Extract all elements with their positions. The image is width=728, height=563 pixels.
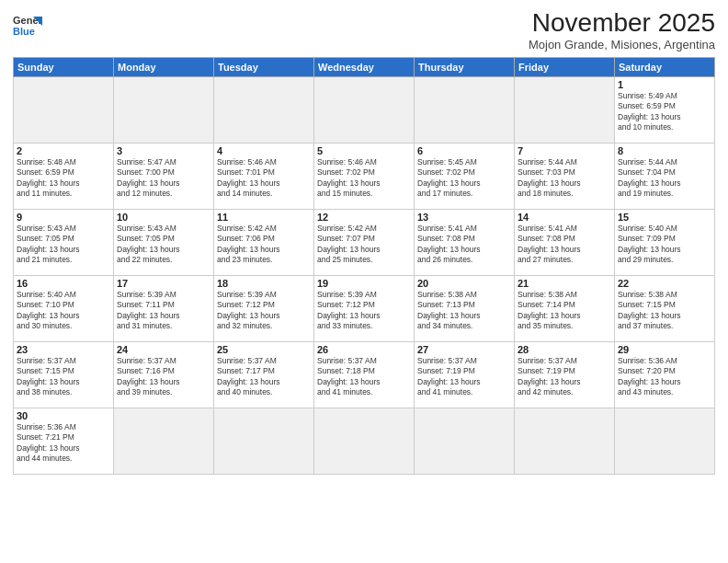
day-info: Sunrise: 5:40 AM Sunset: 7:10 PM Dayligh… bbox=[17, 290, 110, 332]
day-number: 20 bbox=[417, 278, 511, 289]
day-number: 10 bbox=[117, 212, 210, 223]
table-row: 16Sunrise: 5:40 AM Sunset: 7:10 PM Dayli… bbox=[14, 275, 114, 341]
calendar-week-row: 1Sunrise: 5:49 AM Sunset: 6:59 PM Daylig… bbox=[14, 76, 715, 143]
day-number: 25 bbox=[217, 344, 311, 355]
day-info: Sunrise: 5:39 AM Sunset: 7:12 PM Dayligh… bbox=[317, 290, 411, 332]
header-wednesday: Wednesday bbox=[314, 57, 415, 76]
table-row: 12Sunrise: 5:42 AM Sunset: 7:07 PM Dayli… bbox=[314, 209, 415, 275]
day-number: 21 bbox=[518, 278, 611, 289]
calendar-week-row: 16Sunrise: 5:40 AM Sunset: 7:10 PM Dayli… bbox=[14, 275, 715, 341]
day-info: Sunrise: 5:42 AM Sunset: 7:07 PM Dayligh… bbox=[317, 224, 411, 266]
day-number: 17 bbox=[117, 278, 210, 289]
day-number: 28 bbox=[518, 344, 611, 355]
day-number: 24 bbox=[117, 344, 210, 355]
day-info: Sunrise: 5:43 AM Sunset: 7:05 PM Dayligh… bbox=[117, 224, 210, 266]
table-row: 30Sunrise: 5:36 AM Sunset: 7:21 PM Dayli… bbox=[14, 408, 114, 474]
day-info: Sunrise: 5:40 AM Sunset: 7:09 PM Dayligh… bbox=[618, 224, 711, 266]
day-info: Sunrise: 5:37 AM Sunset: 7:15 PM Dayligh… bbox=[17, 356, 110, 398]
calendar-week-row: 2Sunrise: 5:48 AM Sunset: 6:59 PM Daylig… bbox=[14, 143, 715, 209]
day-info: Sunrise: 5:36 AM Sunset: 7:20 PM Dayligh… bbox=[618, 356, 711, 398]
header-sunday: Sunday bbox=[14, 57, 114, 76]
day-number: 29 bbox=[618, 344, 711, 355]
day-number: 7 bbox=[518, 145, 611, 156]
day-info: Sunrise: 5:48 AM Sunset: 6:59 PM Dayligh… bbox=[17, 157, 110, 200]
table-row: 23Sunrise: 5:37 AM Sunset: 7:15 PM Dayli… bbox=[14, 341, 114, 408]
day-info: Sunrise: 5:46 AM Sunset: 7:01 PM Dayligh… bbox=[217, 157, 311, 200]
table-row: 3Sunrise: 5:47 AM Sunset: 7:00 PM Daylig… bbox=[114, 143, 214, 209]
table-row: 20Sunrise: 5:38 AM Sunset: 7:13 PM Dayli… bbox=[415, 275, 515, 341]
day-number: 4 bbox=[217, 145, 311, 156]
day-number: 26 bbox=[317, 344, 411, 355]
day-number: 11 bbox=[217, 212, 311, 223]
day-info: Sunrise: 5:42 AM Sunset: 7:06 PM Dayligh… bbox=[217, 224, 311, 266]
table-row: 26Sunrise: 5:37 AM Sunset: 7:18 PM Dayli… bbox=[314, 341, 415, 408]
table-row: 24Sunrise: 5:37 AM Sunset: 7:16 PM Dayli… bbox=[114, 341, 214, 408]
calendar-table: Sunday Monday Tuesday Wednesday Thursday… bbox=[13, 57, 715, 475]
day-info: Sunrise: 5:37 AM Sunset: 7:19 PM Dayligh… bbox=[518, 356, 611, 398]
day-number: 27 bbox=[417, 344, 511, 355]
table-row bbox=[415, 76, 515, 143]
table-row: 15Sunrise: 5:40 AM Sunset: 7:09 PM Dayli… bbox=[615, 209, 715, 275]
day-info: Sunrise: 5:46 AM Sunset: 7:02 PM Dayligh… bbox=[317, 157, 411, 200]
day-number: 15 bbox=[618, 212, 711, 223]
table-row: 1Sunrise: 5:49 AM Sunset: 6:59 PM Daylig… bbox=[615, 76, 715, 143]
table-row: 22Sunrise: 5:38 AM Sunset: 7:15 PM Dayli… bbox=[615, 275, 715, 341]
day-info: Sunrise: 5:44 AM Sunset: 7:04 PM Dayligh… bbox=[618, 157, 711, 200]
table-row: 21Sunrise: 5:38 AM Sunset: 7:14 PM Dayli… bbox=[515, 275, 615, 341]
table-row: 9Sunrise: 5:43 AM Sunset: 7:05 PM Daylig… bbox=[14, 209, 114, 275]
table-row bbox=[515, 76, 615, 143]
day-number: 14 bbox=[518, 212, 611, 223]
day-number: 22 bbox=[618, 278, 711, 289]
day-info: Sunrise: 5:37 AM Sunset: 7:16 PM Dayligh… bbox=[117, 356, 210, 398]
logo-icon: General Blue bbox=[13, 13, 42, 39]
table-row bbox=[114, 408, 214, 474]
title-block: November 2025 Mojon Grande, Misiones, Ar… bbox=[529, 9, 715, 52]
day-info: Sunrise: 5:41 AM Sunset: 7:08 PM Dayligh… bbox=[417, 224, 511, 266]
table-row: 11Sunrise: 5:42 AM Sunset: 7:06 PM Dayli… bbox=[214, 209, 314, 275]
table-row: 17Sunrise: 5:39 AM Sunset: 7:11 PM Dayli… bbox=[114, 275, 214, 341]
table-row: 18Sunrise: 5:39 AM Sunset: 7:12 PM Dayli… bbox=[214, 275, 314, 341]
day-info: Sunrise: 5:38 AM Sunset: 7:14 PM Dayligh… bbox=[518, 290, 611, 332]
header-saturday: Saturday bbox=[615, 57, 715, 76]
day-number: 9 bbox=[17, 212, 110, 223]
month-title: November 2025 bbox=[529, 9, 715, 38]
subtitle: Mojon Grande, Misiones, Argentina bbox=[529, 38, 715, 52]
day-info: Sunrise: 5:47 AM Sunset: 7:00 PM Dayligh… bbox=[117, 157, 210, 200]
svg-text:Blue: Blue bbox=[13, 26, 35, 37]
day-number: 8 bbox=[618, 145, 711, 156]
table-row: 25Sunrise: 5:37 AM Sunset: 7:17 PM Dayli… bbox=[214, 341, 314, 408]
day-number: 6 bbox=[417, 145, 511, 156]
day-info: Sunrise: 5:38 AM Sunset: 7:13 PM Dayligh… bbox=[417, 290, 511, 332]
table-row bbox=[114, 76, 214, 143]
day-info: Sunrise: 5:41 AM Sunset: 7:08 PM Dayligh… bbox=[518, 224, 611, 266]
day-info: Sunrise: 5:44 AM Sunset: 7:03 PM Dayligh… bbox=[518, 157, 611, 200]
table-row: 10Sunrise: 5:43 AM Sunset: 7:05 PM Dayli… bbox=[114, 209, 214, 275]
day-info: Sunrise: 5:43 AM Sunset: 7:05 PM Dayligh… bbox=[17, 224, 110, 266]
day-number: 2 bbox=[17, 145, 110, 156]
table-row: 13Sunrise: 5:41 AM Sunset: 7:08 PM Dayli… bbox=[415, 209, 515, 275]
table-row: 4Sunrise: 5:46 AM Sunset: 7:01 PM Daylig… bbox=[214, 143, 314, 209]
table-row bbox=[14, 76, 114, 143]
table-row: 27Sunrise: 5:37 AM Sunset: 7:19 PM Dayli… bbox=[415, 341, 515, 408]
day-number: 13 bbox=[417, 212, 511, 223]
day-info: Sunrise: 5:37 AM Sunset: 7:18 PM Dayligh… bbox=[317, 356, 411, 398]
day-number: 19 bbox=[317, 278, 411, 289]
header-monday: Monday bbox=[114, 57, 214, 76]
day-info: Sunrise: 5:39 AM Sunset: 7:11 PM Dayligh… bbox=[117, 290, 210, 332]
header-thursday: Thursday bbox=[415, 57, 515, 76]
header: General Blue November 2025 Mojon Grande,… bbox=[13, 9, 715, 52]
table-row bbox=[214, 408, 314, 474]
header-tuesday: Tuesday bbox=[214, 57, 314, 76]
table-row bbox=[214, 76, 314, 143]
calendar-week-row: 23Sunrise: 5:37 AM Sunset: 7:15 PM Dayli… bbox=[14, 341, 715, 408]
table-row: 28Sunrise: 5:37 AM Sunset: 7:19 PM Dayli… bbox=[515, 341, 615, 408]
table-row: 2Sunrise: 5:48 AM Sunset: 6:59 PM Daylig… bbox=[14, 143, 114, 209]
table-row: 6Sunrise: 5:45 AM Sunset: 7:02 PM Daylig… bbox=[415, 143, 515, 209]
day-info: Sunrise: 5:36 AM Sunset: 7:21 PM Dayligh… bbox=[17, 422, 110, 465]
day-info: Sunrise: 5:45 AM Sunset: 7:02 PM Dayligh… bbox=[417, 157, 511, 200]
day-number: 3 bbox=[117, 145, 210, 156]
day-number: 12 bbox=[317, 212, 411, 223]
page: General Blue November 2025 Mojon Grande,… bbox=[0, 0, 728, 563]
day-number: 23 bbox=[17, 344, 110, 355]
table-row: 14Sunrise: 5:41 AM Sunset: 7:08 PM Dayli… bbox=[515, 209, 615, 275]
